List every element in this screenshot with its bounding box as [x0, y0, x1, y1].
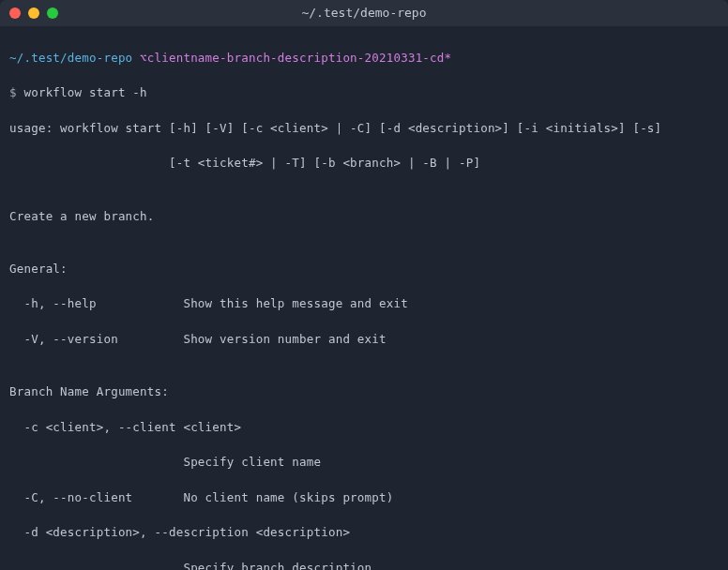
prompt-path: ~/.test/demo-repo	[9, 51, 140, 65]
output-line: Create a new branch.	[9, 208, 719, 226]
output-line: Specify client name	[9, 454, 719, 472]
prompt-dollar: $	[9, 85, 23, 99]
minimize-icon[interactable]	[28, 8, 39, 19]
prompt-line-1: ~/.test/demo-repo ⌥clientname-branch-des…	[9, 50, 719, 68]
output-line: -V, --version Show version number and ex…	[9, 331, 719, 349]
output-line: -h, --help Show this help message and ex…	[9, 295, 719, 313]
output-line: [-t <ticket#> | -T] [-b <branch> | -B | …	[9, 155, 719, 172]
titlebar: ~/.test/demo-repo	[0, 0, 728, 26]
maximize-icon[interactable]	[47, 8, 58, 19]
output-section-header: General:	[9, 261, 719, 278]
prompt-branch: ⌥clientname-branch-description-20210331-…	[140, 51, 451, 65]
output-line: -c <client>, --client <client>	[9, 419, 719, 437]
output-line: Specify branch description	[9, 560, 719, 571]
output-line: -C, --no-client No client name (skips pr…	[9, 489, 719, 507]
close-icon[interactable]	[9, 8, 21, 19]
output-line: usage: workflow start [-h] [-V] [-c <cli…	[9, 120, 719, 138]
output-section-header: Branch Name Arguments:	[9, 383, 719, 401]
command-line-1: $ workflow start -h	[9, 84, 719, 102]
output-line: -d <description>, --description <descrip…	[9, 524, 719, 542]
window-title: ~/.test/demo-repo	[0, 4, 728, 22]
command-text: workflow start -h	[23, 85, 146, 99]
terminal-content[interactable]: ~/.test/demo-repo ⌥clientname-branch-des…	[0, 26, 728, 570]
traffic-lights	[9, 8, 58, 19]
